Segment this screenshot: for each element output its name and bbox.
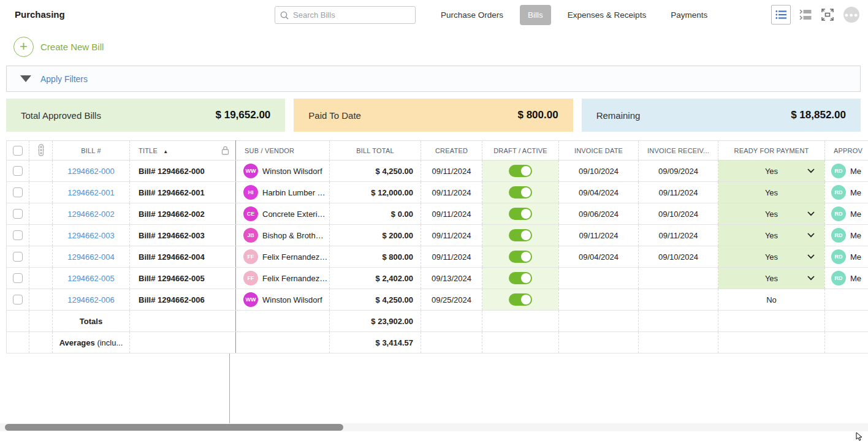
bill-total: $ 12,000.00 — [330, 182, 421, 203]
create-new-bill-button[interactable]: + Create New Bill — [13, 37, 104, 57]
col-header-draft-active[interactable]: DRAFT / ACTIVE — [482, 141, 559, 161]
col-header-invoice-received[interactable]: INVOICE RECEIV... — [639, 141, 718, 161]
bills-tbody: 1294662-000 Bill# 1294662-000 WW Winston… — [7, 161, 868, 311]
ready-cell[interactable]: Yes — [718, 182, 825, 203]
col-header-bill-no[interactable]: BILL # — [53, 141, 130, 161]
col-header-invoice-date[interactable]: INVOICE DATE — [559, 141, 639, 161]
chevron-down-icon — [807, 211, 815, 216]
draft-active-toggle[interactable] — [509, 293, 532, 306]
tab-payments[interactable]: Payments — [663, 5, 715, 25]
bill-number-link[interactable]: 1294662-003 — [67, 231, 115, 240]
vendor-name: Harbin Lumber … — [262, 188, 326, 197]
select-all-checkbox[interactable] — [13, 146, 23, 156]
invoice-date — [559, 268, 639, 289]
row-checkbox[interactable] — [13, 187, 23, 197]
draft-active-toggle[interactable] — [509, 251, 532, 263]
created-date: 09/11/2024 — [421, 246, 482, 268]
apply-filters-bar[interactable]: Apply Filters — [6, 66, 861, 92]
draft-active-toggle[interactable] — [509, 208, 532, 220]
approver-avatar: RD — [831, 206, 846, 221]
vendor-name: Winston Wilsdorf — [262, 295, 322, 304]
bill-title: Bill# 1294662-002 — [130, 203, 236, 225]
bill-title: Bill# 1294662-001 — [130, 182, 236, 203]
bill-number-link[interactable]: 1294662-001 — [67, 188, 115, 197]
tab-purchase-orders[interactable]: Purchase Orders — [433, 5, 511, 25]
vendor-name: Concrete Exteri… — [262, 210, 326, 219]
row-checkbox[interactable] — [13, 166, 23, 176]
col-header-sub-vendor[interactable]: SUB / VENDOR — [236, 141, 330, 161]
draft-active-toggle[interactable] — [509, 186, 532, 198]
row-checkbox[interactable] — [13, 209, 23, 219]
bill-number-link[interactable]: 1294662-004 — [67, 252, 115, 262]
row-checkbox[interactable] — [13, 230, 23, 240]
approver-wrap: RD Me — [825, 185, 868, 200]
approver-wrap: RD Me — [825, 271, 868, 285]
approver-name: Me — [850, 167, 861, 176]
approver-avatar: RD — [831, 271, 846, 285]
averages-bill-total: $ 3,414.57 — [330, 332, 421, 353]
col-header-title[interactable]: TITLE ▲ — [130, 141, 236, 161]
ready-value: Yes — [765, 188, 778, 197]
bill-number-link[interactable]: 1294662-006 — [67, 295, 115, 304]
vendor-avatar: FF — [243, 271, 258, 285]
col-header-approver[interactable]: APPROV — [825, 141, 868, 161]
draft-active-toggle[interactable] — [509, 229, 532, 241]
expand-button[interactable] — [820, 7, 835, 22]
card-value: $ 18,852.00 — [791, 109, 846, 121]
approver-name: Me — [850, 274, 861, 283]
tab-expenses-receipts[interactable]: Expenses & Receipts — [560, 5, 654, 25]
col-header-bill-total[interactable]: BILL TOTAL — [330, 141, 421, 161]
search-input[interactable] — [293, 10, 410, 20]
horizontal-scrollbar[interactable] — [0, 423, 868, 431]
search-box[interactable] — [275, 6, 416, 24]
averages-row: Averages (inclu... $ 3,414.57 — [7, 332, 868, 353]
tab-bills[interactable]: Bills — [520, 5, 551, 25]
row-checkbox[interactable] — [13, 295, 23, 304]
bill-title: Bill# 1294662-000 — [130, 161, 236, 182]
more-options-button[interactable]: ●●● — [843, 7, 859, 23]
draft-active-toggle[interactable] — [509, 272, 532, 284]
bill-number-link[interactable]: 1294662-002 — [67, 210, 115, 219]
invoice-received-date: 09/11/2024 — [639, 182, 718, 203]
created-date: 09/11/2024 — [421, 203, 482, 225]
invoice-date: 09/11/2024 — [559, 225, 639, 246]
ready-cell[interactable]: Yes — [718, 203, 825, 225]
invoice-received-date: 09/11/2024 — [639, 225, 718, 246]
chevron-down-icon — [807, 233, 815, 238]
vendor-cell: WW Winston Wilsdorf — [236, 292, 329, 307]
grouped-view-button[interactable] — [799, 9, 812, 20]
bill-number-link[interactable]: 1294662-005 — [67, 274, 115, 283]
vendor-avatar: WW — [243, 164, 258, 178]
card-value: $ 19,652.00 — [216, 109, 271, 121]
bill-total: $ 4,250.00 — [330, 289, 421, 311]
row-checkbox[interactable] — [13, 273, 23, 283]
bills-table: BILL # TITLE ▲ SUB / VENDOR BILL TOTAL C… — [6, 140, 868, 353]
bill-total: $ 0.00 — [330, 203, 421, 225]
invoice-date: 09/06/2024 — [559, 203, 639, 225]
remaining-card: Remaining $ 18,852.00 — [582, 99, 861, 132]
vendor-name: Felix Fernandez… — [262, 252, 327, 262]
scrollbar-thumb[interactable] — [5, 424, 343, 431]
table-row: 1294662-006 Bill# 1294662-006 WW Winston… — [7, 289, 868, 311]
ready-cell[interactable]: Yes — [718, 268, 825, 289]
draft-active-toggle[interactable] — [509, 165, 532, 177]
table-row: 1294662-003 Bill# 1294662-003 JB Bishop … — [7, 225, 868, 246]
vendor-cell: HI Harbin Lumber … — [236, 185, 329, 200]
col-header-created[interactable]: CREATED — [421, 141, 482, 161]
ready-cell[interactable]: Yes — [718, 246, 825, 268]
vendor-name: Winston Wilsdorf — [262, 167, 322, 176]
ready-cell[interactable]: No — [718, 289, 825, 311]
vendor-cell: WW Winston Wilsdorf — [236, 164, 329, 178]
bill-number-link[interactable]: 1294662-000 — [67, 167, 115, 176]
created-date: 09/11/2024 — [421, 182, 482, 203]
mouse-cursor — [856, 432, 863, 442]
col-header-ready-for-payment[interactable]: READY FOR PAYMENT — [718, 141, 825, 161]
row-checkbox[interactable] — [13, 252, 23, 262]
created-date: 09/11/2024 — [421, 161, 482, 182]
card-label: Remaining — [596, 110, 641, 121]
create-bill-row: + Create New Bill — [0, 29, 868, 64]
list-view-button[interactable] — [771, 5, 791, 25]
ready-cell[interactable]: Yes — [718, 225, 825, 246]
ready-cell[interactable]: Yes — [718, 161, 825, 182]
invoice-received-date: 09/10/2024 — [639, 246, 718, 268]
